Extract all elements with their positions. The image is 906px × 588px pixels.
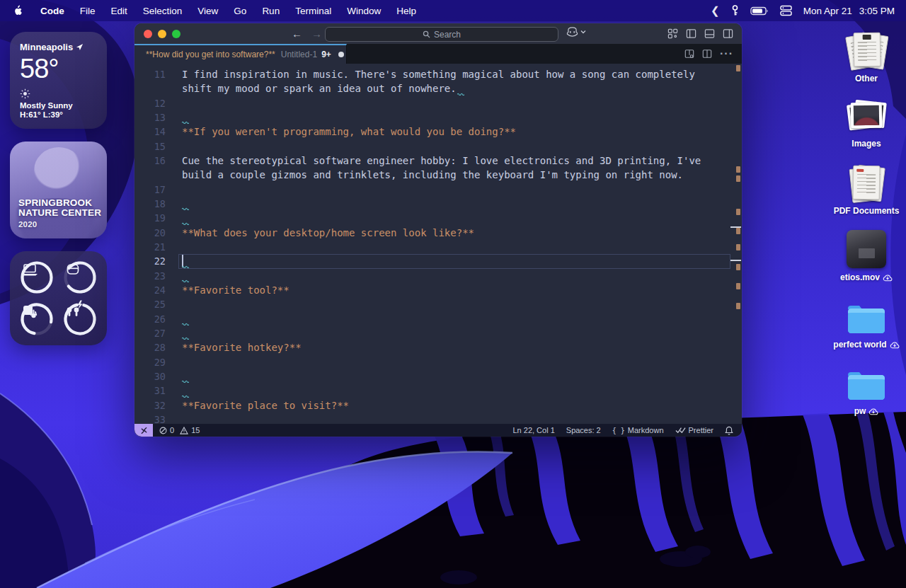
desktop-item-other[interactable]: Other — [834, 30, 899, 83]
command-center-search[interactable]: Search — [325, 27, 558, 42]
line-content[interactable] — [182, 312, 730, 326]
menu-item-edit[interactable]: Edit — [103, 6, 135, 16]
problems-status[interactable]: 0 15 — [159, 426, 200, 434]
line-content[interactable] — [182, 297, 730, 311]
editor-line-29[interactable]: 29 — [134, 355, 742, 369]
zoom-window-button[interactable] — [172, 30, 180, 38]
cursor-position-status[interactable]: Ln 22, Col 1 — [512, 426, 554, 434]
vscode-titlebar[interactable]: ← → Search — [134, 23, 742, 44]
line-content[interactable] — [182, 139, 730, 154]
customize-layout-icon[interactable] — [667, 28, 678, 39]
editor-line-22[interactable]: 22 — [134, 254, 742, 268]
toggle-primary-sidebar-icon[interactable] — [686, 28, 696, 39]
line-content[interactable] — [182, 197, 730, 211]
desktop-item-etios-mov[interactable]: etios.mov — [834, 229, 899, 282]
navigate-back-button[interactable]: ← — [292, 28, 302, 40]
editor-line-19[interactable]: 19 — [134, 211, 742, 225]
editor-line-23[interactable]: 23 — [134, 269, 742, 283]
menu-item-terminal[interactable]: Terminal — [287, 6, 339, 16]
menu-item-help[interactable]: Help — [389, 6, 424, 16]
line-content[interactable] — [182, 413, 730, 424]
editor-pane[interactable]: 11I find inspiration in music. There's s… — [134, 64, 742, 424]
copilot-menu[interactable] — [566, 27, 586, 37]
editor-layout-icon[interactable] — [702, 49, 712, 59]
language-mode-status[interactable]: { } Markdown — [612, 426, 664, 434]
editor-line-27[interactable]: 27 — [134, 326, 742, 340]
photos-widget[interactable]: SPRINGBROOK NATURE CENTER 2020 — [10, 142, 107, 238]
menubar-clock[interactable]: Mon Apr 21 3:05 PM — [803, 6, 895, 16]
toggle-secondary-sidebar-icon[interactable] — [723, 28, 733, 39]
line-content[interactable] — [182, 240, 730, 254]
line-content[interactable]: **What does your desktop/home screen loo… — [182, 226, 730, 240]
line-content[interactable] — [182, 355, 730, 369]
desktop-item-images[interactable]: Images — [834, 95, 899, 149]
menu-item-file[interactable]: File — [72, 6, 103, 16]
editor-wrapped-line[interactable]: build a couple gizmos and trinklets, inc… — [134, 168, 742, 182]
editor-line-25[interactable]: 25 — [134, 297, 742, 311]
desktop-item-perfect-world[interactable]: perfect world — [834, 296, 899, 350]
apple-menu-icon[interactable] — [13, 5, 23, 16]
menu-item-selection[interactable]: Selection — [135, 6, 190, 16]
editor-line-12[interactable]: 12 — [134, 96, 742, 110]
editor-wrapped-line[interactable]: shift my mood or spark an idea out of no… — [134, 81, 742, 96]
editor-line-16[interactable]: 16Cue the stereotypical software enginee… — [134, 154, 742, 168]
formatter-status[interactable]: Prettier — [675, 426, 713, 434]
line-content[interactable] — [182, 96, 730, 110]
menu-item-go[interactable]: Go — [226, 6, 254, 16]
line-content[interactable] — [182, 211, 730, 225]
line-content[interactable]: I find inspiration in music. There's som… — [182, 67, 730, 81]
desktop-item-pw[interactable]: pw — [834, 362, 899, 416]
editor-line-17[interactable]: 17 — [134, 183, 742, 197]
editor-line-32[interactable]: 32**Favorite place to visit?** — [134, 398, 742, 413]
notifications-bell-icon[interactable] — [725, 426, 733, 435]
line-content[interactable]: **Favorite tool?** — [182, 283, 730, 297]
control-center-icon[interactable] — [780, 5, 792, 16]
editor-line-33[interactable]: 33 — [134, 413, 742, 424]
editor-line-18[interactable]: 18 — [134, 197, 742, 211]
editor-line-28[interactable]: 28**Favorite hotkey?** — [134, 340, 742, 354]
line-content[interactable] — [182, 110, 730, 125]
line-content[interactable]: **Favorite hotkey?** — [182, 340, 730, 354]
line-content[interactable] — [182, 369, 730, 384]
editor-line-13[interactable]: 13 — [134, 110, 742, 125]
overview-ruler[interactable] — [735, 64, 741, 424]
line-content[interactable]: **Favorite place to visit?** — [182, 398, 730, 413]
remote-indicator[interactable] — [134, 424, 153, 437]
line-content[interactable] — [182, 254, 730, 268]
split-editor-icon[interactable] — [684, 49, 694, 59]
desktop-item-pdf-documents[interactable]: PDF Documents — [834, 162, 899, 216]
indentation-status[interactable]: Spaces: 2 — [566, 426, 601, 434]
editor-line-14[interactable]: 14**If you weren't programming, what wou… — [134, 125, 742, 139]
menu-item-window[interactable]: Window — [339, 6, 389, 16]
editor-line-24[interactable]: 24**Favorite tool?** — [134, 283, 742, 297]
line-content[interactable] — [182, 384, 730, 398]
minimize-window-button[interactable] — [158, 30, 166, 38]
line-content[interactable] — [182, 326, 730, 340]
toggle-panel-icon[interactable] — [704, 28, 715, 39]
editor-line-20[interactable]: 20**What does your desktop/home screen l… — [134, 226, 742, 240]
editor-line-26[interactable]: 26 — [134, 312, 742, 326]
line-content[interactable]: build a couple gizmos and trinklets, inc… — [182, 168, 730, 182]
batteries-widget[interactable] — [10, 251, 107, 345]
editor-line-11[interactable]: 11I find inspiration in music. There's s… — [134, 67, 742, 81]
battery-icon[interactable] — [750, 6, 769, 16]
password-key-icon[interactable] — [731, 5, 739, 16]
line-content[interactable]: Cue the stereotypical software engineer … — [182, 154, 730, 168]
unsaved-changes-dot[interactable] — [338, 52, 344, 57]
editor-line-31[interactable]: 31 — [134, 384, 742, 398]
editor-line-30[interactable]: 30 — [134, 369, 742, 384]
close-window-button[interactable] — [144, 30, 152, 38]
line-content[interactable]: shift my mood or spark an idea out of no… — [182, 81, 730, 96]
more-actions-icon[interactable]: ··· — [720, 47, 733, 60]
navigate-forward-button[interactable]: → — [311, 28, 322, 40]
weather-widget[interactable]: Minneapolis 58° Mostly Sunny H:61° L:39° — [10, 32, 107, 129]
menu-item-run[interactable]: Run — [254, 6, 287, 16]
line-content[interactable] — [182, 269, 730, 283]
line-content[interactable] — [182, 183, 730, 197]
menu-item-view[interactable]: View — [190, 6, 226, 16]
editor-line-21[interactable]: 21 — [134, 240, 742, 254]
line-content[interactable]: **If you weren't programming, what would… — [182, 125, 730, 139]
menu-item-code[interactable]: Code — [33, 6, 72, 16]
tab-untitled-1[interactable]: **How did you get into software?** Untit… — [134, 44, 347, 64]
menubar-collapse-chevron-icon[interactable]: ❮ — [711, 4, 720, 17]
